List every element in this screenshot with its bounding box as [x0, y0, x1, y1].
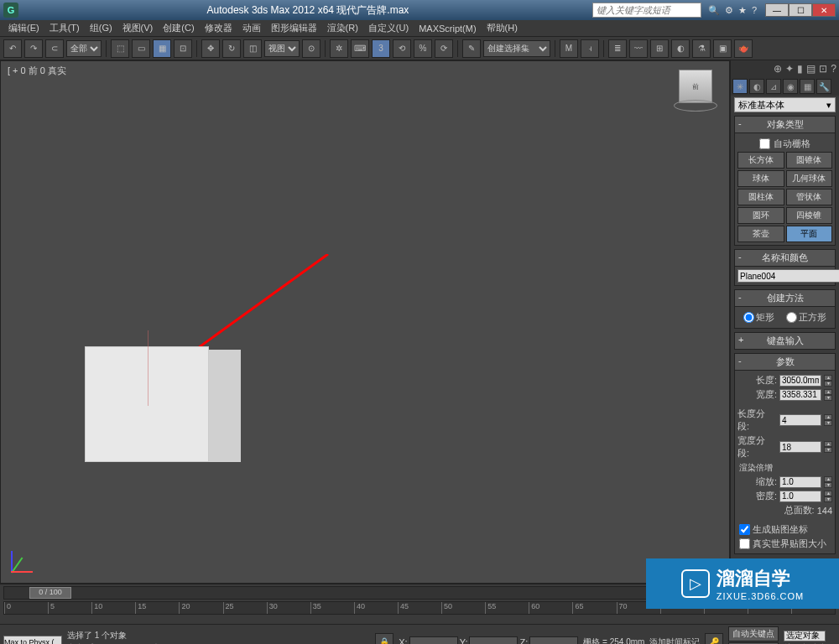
length-input[interactable]	[779, 375, 821, 387]
viewcube[interactable]: 前	[679, 70, 712, 103]
undo-button[interactable]: ↶	[3, 39, 22, 58]
menu-render[interactable]: 渲染(R)	[322, 20, 363, 36]
layer-manager-button[interactable]: ≣	[608, 39, 627, 58]
render-setup-button[interactable]: ⚗	[692, 39, 711, 58]
autokey-button[interactable]: 自动关键点	[728, 626, 779, 641]
tube-button[interactable]: 管状体	[786, 189, 833, 205]
cylinder-button[interactable]: 圆柱体	[737, 189, 784, 205]
key-icon[interactable]: 🔑	[705, 633, 723, 645]
config-icon[interactable]: ✦	[785, 63, 794, 75]
square-radio[interactable]: 正方形	[786, 311, 826, 324]
autogrid-checkbox[interactable]	[759, 138, 770, 149]
key-selset-input[interactable]	[784, 631, 826, 641]
search-icon[interactable]: 🔍	[708, 5, 720, 16]
util-icon[interactable]: ⊡	[819, 63, 827, 75]
display-tab[interactable]: ▦	[800, 79, 815, 94]
help-search-input[interactable]	[592, 3, 701, 18]
scale-input[interactable]	[779, 476, 821, 488]
snap-toggle[interactable]: 3	[372, 39, 390, 58]
material-editor-button[interactable]: ◐	[671, 39, 690, 58]
density-input[interactable]	[779, 491, 821, 502]
spinner-snap-button[interactable]: ⟳	[435, 39, 453, 58]
maxscript-mini-listener[interactable]	[3, 636, 62, 645]
width-segs-input[interactable]	[779, 441, 821, 453]
angle-snap-button[interactable]: ⟲	[393, 39, 411, 58]
length-spinner[interactable]: ▴▾	[824, 375, 832, 387]
x-coord-input[interactable]	[409, 636, 458, 645]
keyboard-button[interactable]: ⌨	[351, 39, 369, 58]
maximize-button[interactable]: ☐	[789, 3, 812, 17]
rollout-keyboard-entry[interactable]: +键盘输入	[734, 332, 836, 350]
gen-uv-checkbox[interactable]	[739, 524, 750, 535]
link-button[interactable]: ⊂	[45, 39, 64, 58]
utilities-tab[interactable]: 🔧	[816, 79, 831, 94]
menu-customize[interactable]: 自定义(U)	[363, 20, 414, 36]
named-sel-select[interactable]: 创建选择集	[483, 40, 550, 57]
connect-icon[interactable]: ⚙	[725, 5, 733, 16]
primitive-category-select[interactable]: 标准基本体▾	[734, 97, 836, 112]
cone-button[interactable]: 圆锥体	[786, 152, 833, 169]
length-segs-input[interactable]	[779, 414, 821, 426]
pivot-button[interactable]: ⊙	[302, 39, 320, 58]
pyramid-button[interactable]: 四棱锥	[786, 207, 833, 224]
menu-view[interactable]: 视图(V)	[117, 20, 159, 36]
lock-selection-button[interactable]: 🔒	[375, 633, 393, 645]
hierarchy-tab[interactable]: ⊿	[766, 79, 781, 94]
favorite-icon[interactable]: ★	[738, 5, 747, 16]
menu-create[interactable]: 创建(C)	[158, 20, 199, 36]
menu-animation[interactable]: 动画	[237, 20, 266, 36]
render-button[interactable]: 🫖	[734, 39, 753, 58]
minimize-button[interactable]: —	[765, 3, 789, 17]
menu-modifiers[interactable]: 修改器	[200, 20, 237, 36]
modify-tab[interactable]: ◐	[749, 79, 764, 94]
rollout-name-color[interactable]: -名称和颜色	[734, 249, 836, 267]
plane-button[interactable]: 平面	[786, 226, 833, 242]
y-coord-input[interactable]	[469, 636, 518, 645]
width-input[interactable]	[779, 389, 821, 401]
realworld-uv-checkbox[interactable]	[739, 538, 750, 549]
rollout-parameters[interactable]: -参数	[734, 353, 836, 371]
close-button[interactable]: ✕	[812, 3, 836, 17]
object-name-input[interactable]	[737, 269, 839, 283]
lock-ui-icon[interactable]: ⊕	[774, 63, 782, 75]
scale-spinner[interactable]: ▴▾	[824, 476, 832, 488]
move-button[interactable]: ✥	[201, 39, 220, 58]
window-crossing-button[interactable]: ⊡	[174, 39, 192, 58]
edit-named-sel-button[interactable]: ✎	[462, 39, 481, 58]
wseg-spinner[interactable]: ▴▾	[824, 441, 832, 453]
percent-snap-button[interactable]: %	[414, 39, 432, 58]
help-icon[interactable]: ?	[752, 5, 757, 16]
rendered-frame-button[interactable]: ▣	[713, 39, 732, 58]
redo-button[interactable]: ↷	[24, 39, 43, 58]
time-slider[interactable]: 0 / 100	[29, 587, 71, 599]
scale-button[interactable]: ◫	[243, 39, 262, 58]
motion-tab[interactable]: ◉	[783, 79, 798, 94]
menu-graph[interactable]: 图形编辑器	[266, 20, 322, 36]
add-time-tag[interactable]: 添加时间标记	[649, 636, 700, 645]
select-name-button[interactable]: ▭	[132, 39, 150, 58]
rollout-object-type[interactable]: -对象类型	[734, 116, 836, 133]
help-panel-icon[interactable]: ?	[831, 63, 836, 75]
select-button[interactable]: ⬚	[111, 39, 129, 58]
align-button[interactable]: ⫞	[581, 39, 599, 58]
width-spinner[interactable]: ▴▾	[824, 389, 832, 401]
menu-maxscript[interactable]: MAXScript(M)	[414, 22, 481, 35]
menu-group[interactable]: 组(G)	[85, 20, 117, 36]
create-tab[interactable]: ✳	[732, 79, 748, 94]
sphere-button[interactable]: 球体	[737, 170, 784, 187]
teapot-button[interactable]: 茶壶	[737, 226, 784, 242]
curve-editor-button[interactable]: 〰	[629, 39, 648, 58]
manipulate-button[interactable]: ✲	[330, 39, 348, 58]
menu-help[interactable]: 帮助(H)	[482, 20, 523, 36]
density-spinner[interactable]: ▴▾	[824, 491, 832, 502]
ref-coord-select[interactable]: 视图	[264, 40, 300, 57]
rotate-button[interactable]: ↻	[222, 39, 241, 58]
torus-button[interactable]: 圆环	[737, 207, 784, 224]
mirror-button[interactable]: M	[560, 39, 578, 58]
lseg-spinner[interactable]: ▴▾	[824, 414, 832, 426]
viewport[interactable]: [ + 0 前 0 真实 前	[0, 60, 730, 584]
z-coord-input[interactable]	[529, 636, 578, 645]
display-icon[interactable]: ▤	[806, 63, 816, 75]
box-button[interactable]: 长方体	[737, 152, 784, 169]
viewcube-ring[interactable]	[674, 100, 717, 112]
